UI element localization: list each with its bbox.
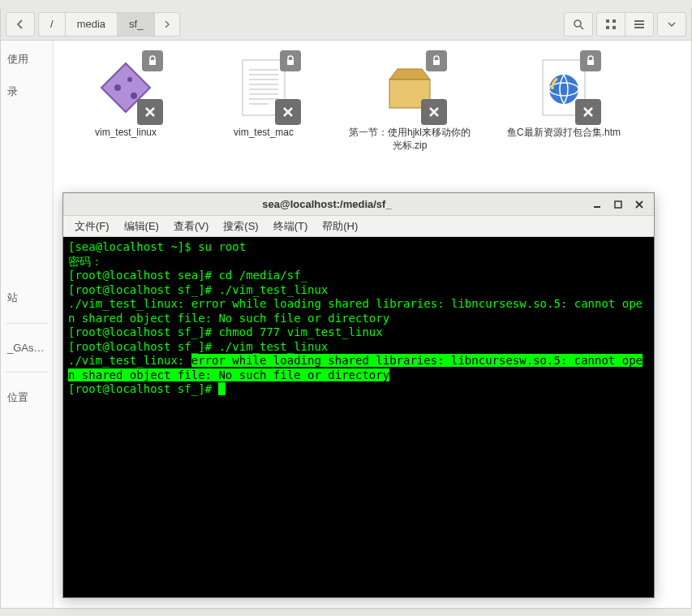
breadcrumb-forward[interactable] — [154, 12, 180, 37]
sidebar-item[interactable]: _GAs_… — [6, 338, 48, 357]
svg-point-10 — [114, 84, 121, 91]
breadcrumb: / media sf_ — [38, 12, 180, 37]
svg-rect-29 — [587, 60, 594, 65]
svg-rect-23 — [287, 60, 294, 65]
close-icon — [275, 99, 301, 125]
term-line: [root@localhost sf_]# ./vim_test_linux — [68, 283, 328, 296]
document-icon — [231, 55, 296, 120]
lock-icon — [280, 50, 301, 71]
svg-point-12 — [127, 77, 132, 82]
menu-view[interactable]: 查看(V) — [167, 217, 215, 236]
list-view-button[interactable] — [625, 12, 654, 37]
svg-rect-31 — [615, 201, 621, 208]
svg-rect-4 — [606, 26, 609, 29]
terminal-window: sea@localhost:/media/sf_ 文件(F) 编辑(E) 查看(… — [62, 192, 655, 598]
svg-point-0 — [574, 20, 581, 27]
term-line: ./vim_test_linux: error while loading sh… — [68, 297, 643, 325]
close-button[interactable] — [631, 198, 647, 211]
term-line: [root@localhost sf_]# ./vim_test_linux — [68, 340, 328, 353]
menu-file[interactable]: 文件(F) — [68, 217, 116, 236]
sidebar: 使用 录 站 _GAs_… 位置 — [1, 41, 54, 608]
view-mode-segment — [596, 12, 654, 37]
dropdown-button[interactable] — [657, 12, 686, 37]
svg-rect-13 — [149, 60, 156, 65]
breadcrumb-item[interactable]: sf_ — [117, 12, 155, 37]
cursor-icon — [218, 382, 226, 395]
sidebar-item[interactable]: 站 — [6, 287, 48, 308]
minimize-button[interactable] — [589, 198, 605, 211]
lock-icon — [142, 50, 163, 71]
svg-rect-8 — [634, 27, 644, 28]
breadcrumb-item[interactable]: media — [65, 12, 118, 37]
sidebar-item[interactable]: 位置 — [6, 387, 48, 408]
executable-icon — [93, 55, 158, 120]
terminal-menubar: 文件(F) 编辑(E) 查看(V) 搜索(S) 终端(T) 帮助(H) — [63, 216, 654, 237]
lock-icon — [426, 50, 447, 71]
file-item[interactable]: vim_test_mac — [211, 55, 316, 140]
svg-rect-3 — [612, 19, 616, 23]
svg-point-11 — [131, 93, 137, 99]
term-line: [root@localhost sea]# cd /media/sf_ — [68, 269, 307, 282]
svg-line-1 — [580, 26, 583, 29]
term-prompt: [root@localhost sf_]# — [68, 382, 218, 395]
file-item[interactable]: 第一节：使用hjkl来移动你的光标.zip — [349, 55, 471, 152]
svg-point-27 — [549, 75, 578, 104]
terminal-titlebar[interactable]: sea@localhost:/media/sf_ — [63, 193, 654, 216]
file-label: vim_test_linux — [95, 127, 157, 140]
file-label: 鱼C最新资源打包合集.htm — [507, 127, 621, 140]
term-line: 密码： — [68, 255, 102, 268]
close-icon — [575, 99, 601, 125]
menu-search[interactable]: 搜索(S) — [217, 217, 264, 236]
html-icon — [531, 55, 596, 120]
menu-terminal[interactable]: 终端(T) — [267, 217, 315, 236]
svg-rect-25 — [433, 60, 440, 65]
svg-rect-2 — [606, 19, 609, 23]
term-line: [sea@localhost ~]$ su root — [68, 240, 246, 253]
icon-view-button[interactable] — [596, 12, 625, 37]
sidebar-item[interactable]: 录 — [6, 81, 48, 102]
breadcrumb-item[interactable]: / — [38, 12, 66, 37]
sidebar-item[interactable]: 使用 — [6, 49, 48, 70]
close-icon — [421, 99, 447, 125]
back-button[interactable] — [6, 12, 35, 37]
lock-icon — [580, 50, 601, 71]
file-label: vim_test_mac — [234, 127, 294, 140]
svg-rect-5 — [612, 26, 616, 29]
file-item[interactable]: 鱼C最新资源打包合集.htm — [503, 55, 625, 140]
search-button[interactable] — [564, 12, 593, 37]
svg-rect-7 — [634, 24, 644, 25]
maximize-button[interactable] — [610, 198, 626, 211]
terminal-body[interactable]: [sea@localhost ~]$ su root 密码： [root@loc… — [63, 237, 654, 597]
menu-edit[interactable]: 编辑(E) — [118, 217, 165, 236]
close-icon — [137, 99, 163, 125]
svg-rect-6 — [634, 20, 644, 22]
terminal-title: sea@localhost:/media/sf_ — [70, 198, 584, 210]
file-item[interactable]: vim_test_linux — [73, 55, 178, 140]
term-line: ./vim_test_linux: — [68, 354, 191, 367]
file-label: 第一节：使用hjkl来移动你的光标.zip — [349, 127, 471, 152]
term-line: [root@localhost sf_]# chmod 777 vim_test… — [68, 325, 383, 338]
file-manager-toolbar: / media sf_ — [1, 8, 691, 41]
term-line-highlight: error while loading shared libraries: li… — [191, 354, 622, 367]
menu-help[interactable]: 帮助(H) — [316, 217, 364, 236]
archive-icon — [377, 55, 442, 120]
